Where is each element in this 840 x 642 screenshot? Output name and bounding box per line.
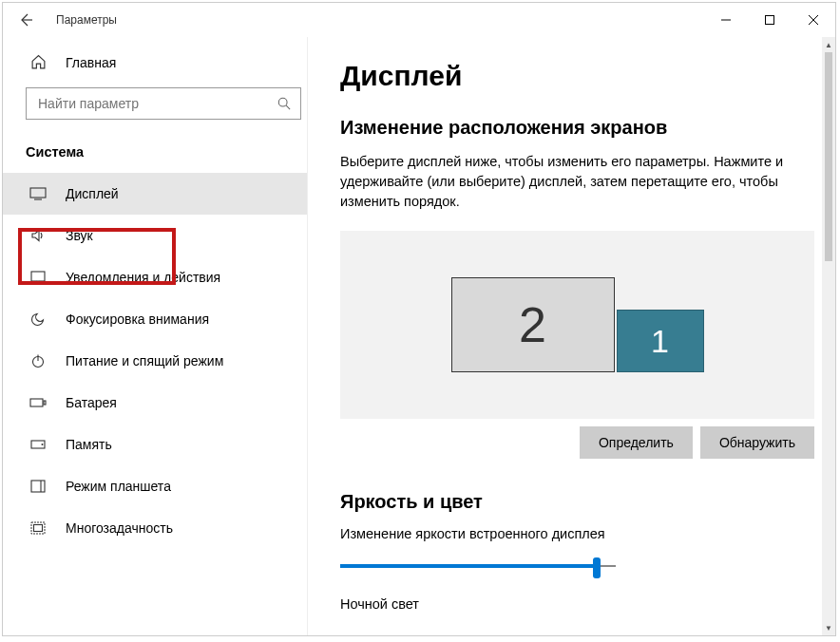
main-panel: Дисплей Изменение расположения экранов В… (307, 37, 835, 635)
svg-rect-12 (44, 401, 46, 405)
settings-window: Параметры Главная (2, 2, 836, 636)
search-field[interactable] (38, 96, 277, 111)
maximize-icon (765, 15, 774, 25)
sidebar-item-sound[interactable]: Звук (3, 215, 307, 256)
close-button[interactable] (792, 5, 835, 35)
detect-button[interactable]: Обнаружить (700, 426, 814, 459)
sidebar-item-notifications[interactable]: Уведомления и действия (3, 256, 307, 298)
notifications-icon (29, 269, 47, 286)
sidebar-item-label: Питание и спящий режим (66, 353, 223, 368)
rearrange-heading: Изменение расположения экранов (340, 117, 814, 139)
svg-rect-18 (34, 525, 43, 532)
page-title: Дисплей (340, 60, 814, 92)
close-icon (809, 15, 818, 25)
display-arrange-area[interactable]: 2 1 (340, 231, 814, 419)
svg-rect-11 (30, 399, 43, 406)
arrow-left-icon (18, 12, 33, 28)
brightness-label: Изменение яркости встроенного дисплея (340, 526, 814, 541)
sidebar-item-display[interactable]: Дисплей (3, 173, 307, 215)
sidebar-item-tablet[interactable]: Режим планшета (3, 465, 307, 507)
titlebar: Параметры (3, 3, 835, 37)
sidebar-item-power[interactable]: Питание и спящий режим (3, 340, 307, 382)
svg-point-14 (42, 444, 44, 445)
monitor-2[interactable]: 2 (451, 277, 615, 372)
focus-icon (29, 311, 47, 328)
minimize-icon (721, 15, 731, 25)
svg-rect-8 (31, 272, 45, 281)
content-area: Главная Система Дисплей (3, 37, 835, 635)
sidebar-item-label: Фокусировка внимания (66, 312, 209, 327)
sidebar-item-label: Многозадачность (66, 520, 173, 536)
sidebar-item-multitask[interactable]: Многозадачность (3, 507, 307, 549)
sidebar-item-label: Дисплей (66, 186, 119, 201)
svg-point-4 (278, 98, 287, 106)
multitask-icon (29, 519, 47, 537)
svg-rect-6 (30, 188, 46, 198)
rearrange-description: Выберите дисплей ниже, чтобы изменить ег… (340, 152, 814, 212)
scroll-down-icon[interactable]: ▼ (822, 620, 835, 635)
home-label: Главная (66, 55, 116, 70)
monitor-row: 2 1 (451, 277, 704, 372)
sidebar: Главная Система Дисплей (3, 37, 307, 635)
maximize-button[interactable] (748, 5, 792, 35)
sidebar-item-battery[interactable]: Батарея (3, 382, 307, 424)
sidebar-item-label: Батарея (66, 395, 117, 410)
power-icon (29, 352, 47, 369)
slider-fill (340, 564, 599, 568)
tablet-icon (29, 478, 47, 495)
home-link[interactable]: Главная (3, 45, 307, 80)
window-controls (704, 5, 835, 35)
sidebar-item-label: Режим планшета (66, 479, 171, 494)
window-title: Параметры (48, 13, 117, 27)
section-system: Система (3, 137, 307, 173)
home-icon (29, 54, 47, 70)
storage-icon (29, 436, 47, 453)
sidebar-item-label: Уведомления и действия (66, 270, 220, 285)
monitor-1[interactable]: 1 (617, 310, 704, 372)
sidebar-item-label: Звук (66, 228, 93, 243)
display-icon (29, 185, 47, 202)
minimize-button[interactable] (704, 5, 748, 35)
identify-button[interactable]: Определить (580, 426, 693, 459)
scroll-track (822, 261, 835, 620)
slider-thumb[interactable] (593, 557, 601, 578)
back-button[interactable] (3, 3, 48, 37)
brightness-heading: Яркость и цвет (340, 491, 814, 513)
scroll-thumb[interactable] (825, 52, 832, 261)
sidebar-item-label: Память (66, 437, 112, 452)
sidebar-item-focus[interactable]: Фокусировка внимания (3, 298, 307, 340)
sound-icon (29, 227, 47, 244)
arrange-buttons: Определить Обнаружить (340, 426, 814, 459)
svg-line-5 (286, 105, 290, 109)
svg-rect-1 (766, 16, 774, 25)
svg-rect-15 (31, 481, 45, 492)
battery-icon (29, 394, 47, 411)
night-light-label: Ночной свет (340, 596, 814, 612)
search-icon (277, 97, 291, 110)
scrollbar[interactable]: ▲ ▼ (822, 37, 835, 635)
search-container (26, 87, 296, 120)
scroll-up-icon[interactable]: ▲ (822, 37, 835, 52)
search-input[interactable] (26, 87, 301, 120)
sidebar-item-storage[interactable]: Память (3, 424, 307, 465)
brightness-slider[interactable] (340, 555, 814, 581)
